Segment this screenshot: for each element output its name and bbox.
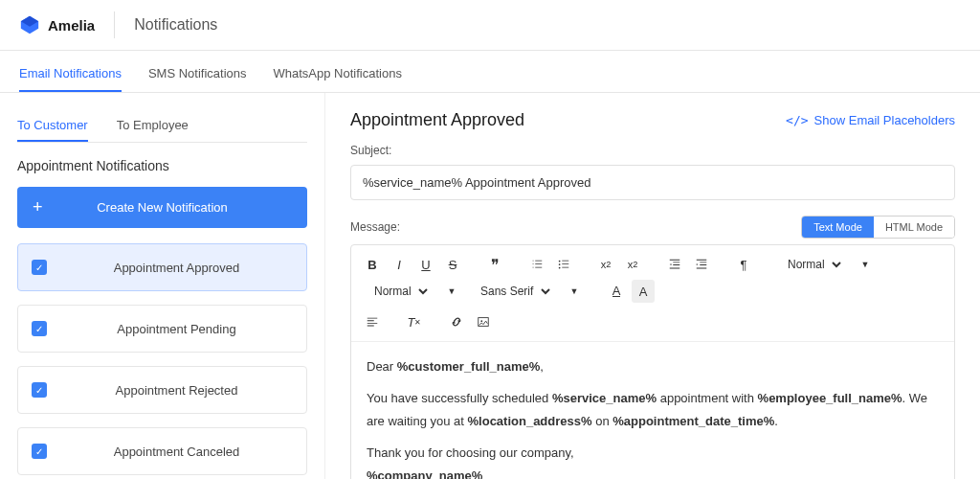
text-color-icon[interactable]: A — [605, 280, 628, 303]
font-select[interactable]: Sans Serif — [473, 282, 553, 301]
notification-label: Appointment Pending — [60, 322, 293, 336]
notification-label: Appointment Approved — [60, 261, 293, 275]
bg-color-icon[interactable]: A — [632, 280, 655, 303]
superscript-icon[interactable]: x2 — [621, 253, 644, 276]
subject-input[interactable] — [350, 165, 955, 200]
svg-point-4 — [559, 267, 561, 269]
indent-icon[interactable] — [690, 253, 713, 276]
notification-label: Appointment Rejected — [60, 383, 293, 398]
editor-toolbar: B I U S ❞ x2 x2 — [351, 245, 954, 342]
show-placeholders-label: Show Email Placeholders — [814, 113, 955, 127]
amelia-logo-icon — [19, 14, 40, 35]
html-mode-button[interactable]: HTML Mode — [874, 217, 954, 238]
create-notification-button[interactable]: + Create New Notification — [17, 187, 307, 228]
sub-tabs: To Customer To Employee — [17, 110, 307, 143]
chevron-down-icon: ▼ — [854, 253, 877, 276]
outdent-icon[interactable] — [663, 253, 686, 276]
notification-item-pending[interactable]: Appointment Pending — [17, 305, 307, 353]
brand-name: Amelia — [48, 17, 95, 34]
check-icon — [32, 444, 47, 459]
chevron-down-icon: ▼ — [563, 280, 586, 303]
subscript-icon[interactable]: x2 — [594, 253, 617, 276]
message-editor: B I U S ❞ x2 x2 — [350, 244, 955, 479]
image-icon[interactable] — [472, 310, 495, 333]
heading-select[interactable]: Normal — [780, 255, 844, 274]
svg-point-2 — [559, 261, 561, 262]
message-label: Message: — [350, 220, 400, 234]
brand-logo-wrap: Amelia — [19, 14, 95, 35]
text-direction-icon[interactable]: ¶ — [732, 253, 755, 276]
show-email-placeholders-link[interactable]: </> Show Email Placeholders — [786, 113, 955, 127]
section-title: Appointment Notifications — [17, 158, 307, 173]
svg-point-6 — [480, 320, 482, 322]
subject-label: Subject: — [350, 144, 955, 157]
check-icon — [32, 260, 47, 275]
code-icon: </> — [786, 113, 808, 127]
chevron-down-icon: ▼ — [440, 280, 463, 303]
underline-icon[interactable]: U — [414, 253, 437, 276]
mode-toggle: Text Mode HTML Mode — [801, 216, 955, 239]
plus-icon: + — [33, 197, 43, 217]
check-icon — [32, 321, 47, 336]
check-icon — [32, 382, 47, 398]
notification-item-rejected[interactable]: Appointment Rejected — [17, 366, 307, 414]
page-title: Notifications — [134, 16, 217, 34]
italic-icon[interactable]: I — [388, 253, 411, 276]
quote-icon[interactable]: ❞ — [483, 253, 506, 276]
sidebar: To Customer To Employee Appointment Noti… — [0, 93, 325, 479]
link-icon[interactable] — [445, 310, 468, 333]
svg-point-3 — [559, 263, 561, 265]
main-tabs: Email Notifications SMS Notifications Wh… — [0, 57, 980, 93]
tab-email-notifications[interactable]: Email Notifications — [19, 57, 122, 92]
divider — [114, 11, 115, 38]
subtab-to-customer[interactable]: To Customer — [17, 110, 88, 142]
subtab-to-employee[interactable]: To Employee — [117, 110, 189, 142]
editor-body[interactable]: Dear %customer_full_name%, You have succ… — [351, 342, 954, 479]
notification-item-canceled[interactable]: Appointment Canceled — [17, 427, 307, 475]
clear-format-icon[interactable]: T✕ — [403, 310, 426, 333]
bold-icon[interactable]: B — [361, 253, 384, 276]
strike-icon[interactable]: S — [441, 253, 464, 276]
main-panel: Appointment Approved </> Show Email Plac… — [325, 93, 980, 479]
text-mode-button[interactable]: Text Mode — [802, 217, 874, 238]
unordered-list-icon[interactable] — [552, 253, 575, 276]
main-title: Appointment Approved — [350, 110, 524, 130]
create-button-label: Create New Notification — [97, 200, 228, 215]
notification-label: Appointment Canceled — [60, 445, 293, 459]
notification-item-approved[interactable]: Appointment Approved — [17, 243, 307, 291]
tab-whatsapp-notifications[interactable]: WhatsApp Notifications — [274, 57, 402, 92]
ordered-list-icon[interactable] — [525, 253, 548, 276]
tab-sms-notifications[interactable]: SMS Notifications — [148, 57, 247, 92]
size-select[interactable]: Normal — [367, 282, 431, 301]
align-icon[interactable] — [361, 310, 384, 333]
